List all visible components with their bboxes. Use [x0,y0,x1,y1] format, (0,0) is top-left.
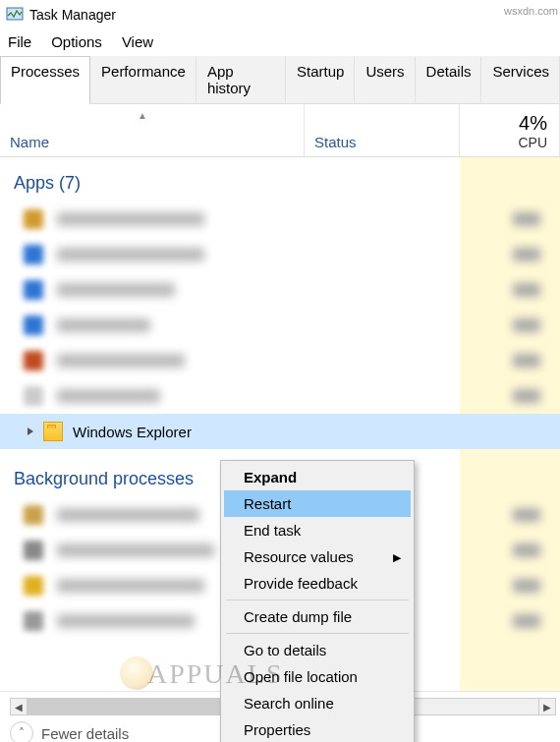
scroll-left-button[interactable]: ◀ [10,698,28,715]
cm-open-file-location[interactable]: Open file location [224,663,411,690]
context-menu: Expand Restart End task Resource values … [220,460,415,742]
column-name-label: Name [10,134,49,150]
group-apps[interactable]: Apps (7) [0,157,560,201]
menu-file[interactable]: File [8,33,31,50]
process-name-label: Windows Explorer [73,424,192,440]
cm-resource-values-label: Resource values [244,548,354,565]
menubar: File Options View [0,29,560,56]
cm-separator [226,599,409,600]
menu-view[interactable]: View [122,33,153,50]
tab-services[interactable]: Services [481,56,560,103]
column-status-label: Status [314,134,357,150]
scroll-thumb[interactable] [28,699,244,714]
list-item[interactable] [0,343,560,378]
column-status[interactable]: Status [305,104,460,156]
cm-resource-values[interactable]: Resource values ▶ [224,543,411,570]
cm-properties[interactable]: Properties [224,716,411,742]
titlebar: Task Manager [0,0,560,29]
task-manager-icon [6,5,24,26]
tab-users[interactable]: Users [355,56,415,103]
cm-go-to-details[interactable]: Go to details [224,637,411,663]
tab-app-history[interactable]: App history [196,56,286,103]
scroll-right-button[interactable]: ▶ [538,698,556,715]
list-item[interactable] [0,272,560,308]
tab-details[interactable]: Details [416,56,482,103]
list-item[interactable] [0,378,560,414]
cm-separator [226,633,409,634]
chevron-right-icon: ▶ [393,550,401,563]
column-headers: ▲ Name Status 4% CPU [0,103,560,157]
tab-startup[interactable]: Startup [286,56,355,103]
expand-caret-icon[interactable] [24,425,37,438]
fewer-details-label: Fewer details [41,725,129,742]
group-background-label: Background processes [14,469,194,488]
list-item-windows-explorer[interactable]: Windows Explorer [0,414,560,449]
cpu-percent: 4% [519,112,547,135]
cm-search-online[interactable]: Search online [224,690,411,716]
cm-provide-feedback[interactable]: Provide feedback [224,570,411,597]
list-item[interactable] [0,308,560,343]
cpu-label: CPU [518,135,547,150]
column-cpu[interactable]: 4% CPU [460,104,560,156]
menu-options[interactable]: Options [51,33,102,50]
chevron-up-icon: ˄ [10,721,33,742]
source-watermark: wsxdn.com [504,5,558,17]
window-title: Task Manager [29,7,116,23]
column-name[interactable]: ▲ Name [0,104,305,156]
cm-end-task[interactable]: End task [224,517,411,543]
cm-expand[interactable]: Expand [224,464,411,490]
list-item[interactable] [0,237,560,272]
tab-processes[interactable]: Processes [0,56,90,104]
tabs: Processes Performance App history Startu… [0,56,560,103]
cm-restart[interactable]: Restart [224,490,411,517]
tab-performance[interactable]: Performance [90,56,196,103]
list-item[interactable] [0,201,560,237]
cm-create-dump[interactable]: Create dump file [224,603,411,630]
folder-icon [43,422,63,441]
sort-caret-icon: ▲ [138,110,147,121]
